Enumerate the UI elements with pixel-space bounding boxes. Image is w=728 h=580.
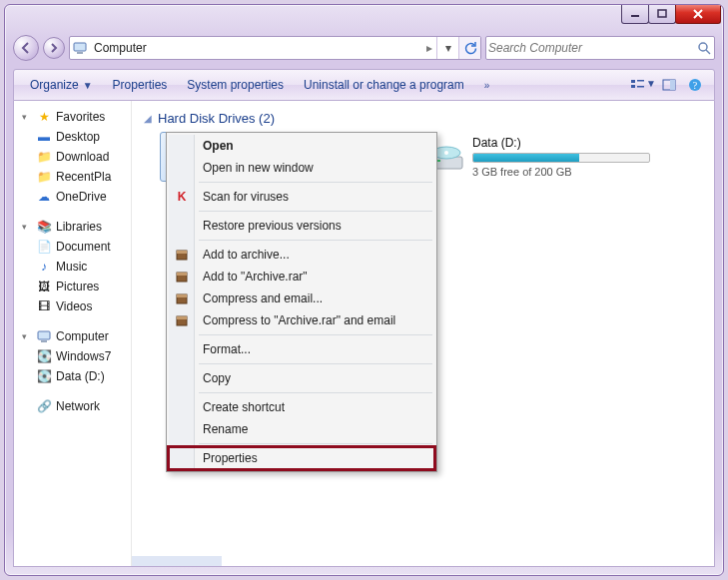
sidebar-item-desktop[interactable]: ▬Desktop: [14, 127, 131, 147]
organize-label: Organize: [30, 78, 79, 92]
svg-line-5: [706, 50, 710, 54]
window-controls: [622, 4, 721, 24]
ctx-create-shortcut[interactable]: Create shortcut: [169, 396, 434, 418]
minimize-button[interactable]: [621, 4, 649, 24]
overflow-chevron[interactable]: »: [474, 70, 500, 100]
svg-rect-15: [41, 340, 47, 342]
hard-drives-header[interactable]: ◢ Hard Disk Drives (2): [140, 107, 706, 132]
sidebar-item-downloads[interactable]: 📁Download: [14, 147, 131, 167]
collapse-triangle-icon: ◢: [144, 113, 152, 124]
documents-icon: 📄: [36, 239, 52, 255]
libraries-node[interactable]: ▾ 📚 Libraries: [14, 217, 131, 237]
sidebar-item-drive-c[interactable]: 💽Windows7: [14, 346, 131, 366]
forward-button[interactable]: [43, 37, 65, 59]
drive-d[interactable]: Data (D:) 3 GB free of 200 GB: [419, 132, 659, 182]
sidebar-item-documents[interactable]: 📄Document: [14, 237, 131, 257]
close-button[interactable]: [675, 4, 721, 24]
address-bar-row: Computer ▸ ▾: [13, 33, 715, 63]
svg-rect-25: [177, 251, 187, 254]
system-properties-cmd[interactable]: System properties: [177, 70, 294, 100]
properties-cmd[interactable]: Properties: [103, 70, 178, 100]
svg-rect-9: [637, 86, 644, 88]
svg-rect-14: [38, 331, 50, 339]
sidebar-item-recent[interactable]: 📁RecentPla: [14, 167, 131, 187]
computer-icon: [36, 328, 52, 344]
refresh-button[interactable]: [458, 37, 480, 59]
network-node[interactable]: 🔗 Network: [14, 396, 131, 416]
svg-rect-11: [670, 80, 675, 90]
search-input[interactable]: [486, 40, 694, 56]
hard-drives-label: Hard Disk Drives (2): [158, 111, 275, 126]
favorites-node[interactable]: ▾ ★ Favorites: [14, 107, 131, 127]
archive-icon: [173, 246, 191, 264]
preview-pane-button[interactable]: [656, 78, 682, 92]
svg-rect-0: [631, 15, 639, 17]
command-bar: Organize ▼ Properties System properties …: [13, 69, 715, 101]
ctx-restore-previous[interactable]: Restore previous versions: [169, 215, 434, 237]
computer-node[interactable]: ▾ Computer: [14, 326, 131, 346]
svg-text:?: ?: [693, 80, 698, 91]
videos-icon: 🎞: [36, 298, 52, 314]
ctx-properties[interactable]: Properties: [169, 447, 434, 469]
view-options-button[interactable]: ▼: [630, 78, 656, 92]
ctx-open[interactable]: Open: [169, 135, 434, 157]
sidebar-item-music[interactable]: ♪Music: [14, 257, 131, 277]
address-text: Computer: [90, 41, 426, 55]
titlebar: [5, 5, 723, 33]
search-box[interactable]: [485, 36, 715, 60]
back-button[interactable]: [13, 35, 39, 61]
status-strip: [132, 556, 222, 566]
libraries-icon: 📚: [36, 219, 52, 235]
archive-icon: [173, 268, 191, 286]
address-box[interactable]: Computer ▸ ▾: [69, 36, 481, 60]
sidebar-item-drive-d[interactable]: 💽Data (D:): [14, 366, 131, 386]
uninstall-programs-cmd[interactable]: Uninstall or change a program: [294, 70, 474, 100]
ctx-scan-viruses[interactable]: K Scan for viruses: [169, 186, 434, 208]
ctx-compress-rar-email[interactable]: Compress to "Archive.rar" and email: [169, 309, 434, 331]
network-label: Network: [56, 399, 100, 413]
ctx-compress-email[interactable]: Compress and email...: [169, 288, 434, 309]
cloud-icon: ☁: [36, 189, 52, 205]
sidebar-item-onedrive[interactable]: ☁OneDrive: [14, 187, 131, 207]
sidebar-item-videos[interactable]: 🎞Videos: [14, 296, 131, 316]
organize-menu[interactable]: Organize ▼: [20, 70, 103, 100]
chevron-right-icon[interactable]: ▸: [426, 41, 436, 55]
drive-d-usage-bar: [472, 153, 650, 163]
drive-context-menu: Open Open in new window K Scan for virus…: [166, 132, 437, 472]
svg-rect-3: [77, 52, 83, 54]
help-button[interactable]: ?: [682, 78, 708, 92]
favorites-label: Favorites: [56, 110, 105, 124]
sidebar-item-pictures[interactable]: 🖼Pictures: [14, 277, 131, 296]
svg-point-4: [699, 43, 707, 51]
svg-point-23: [444, 151, 448, 155]
svg-rect-1: [658, 10, 666, 17]
svg-rect-27: [177, 273, 187, 276]
svg-rect-6: [631, 80, 635, 83]
music-icon: ♪: [36, 259, 52, 275]
drive-icon: 💽: [36, 368, 52, 384]
archive-icon: [173, 290, 191, 307]
search-icon[interactable]: [694, 41, 714, 55]
drive-d-name: Data (D:): [472, 136, 650, 150]
svg-rect-29: [177, 294, 187, 297]
desktop-icon: ▬: [36, 129, 52, 145]
address-dropdown[interactable]: ▾: [436, 37, 458, 59]
drive-d-free-text: 3 GB free of 200 GB: [472, 166, 650, 178]
ctx-add-archive-rar[interactable]: Add to "Archive.rar": [169, 266, 434, 288]
star-icon: ★: [36, 109, 52, 125]
ctx-add-archive[interactable]: Add to archive...: [169, 244, 434, 266]
pictures-icon: 🖼: [36, 279, 52, 294]
ctx-open-new-window[interactable]: Open in new window: [169, 157, 434, 179]
folder-icon: 📁: [36, 169, 52, 185]
archive-icon: [173, 311, 191, 329]
computer-icon: [70, 41, 90, 55]
chevron-down-icon: ▼: [83, 80, 93, 91]
svg-rect-8: [637, 80, 644, 82]
folder-icon: 📁: [36, 149, 52, 165]
ctx-format[interactable]: Format...: [169, 338, 434, 360]
maximize-button[interactable]: [648, 4, 676, 24]
svg-rect-31: [177, 316, 187, 319]
ctx-copy[interactable]: Copy: [169, 367, 434, 389]
network-icon: 🔗: [36, 398, 52, 414]
ctx-rename[interactable]: Rename: [169, 418, 434, 440]
